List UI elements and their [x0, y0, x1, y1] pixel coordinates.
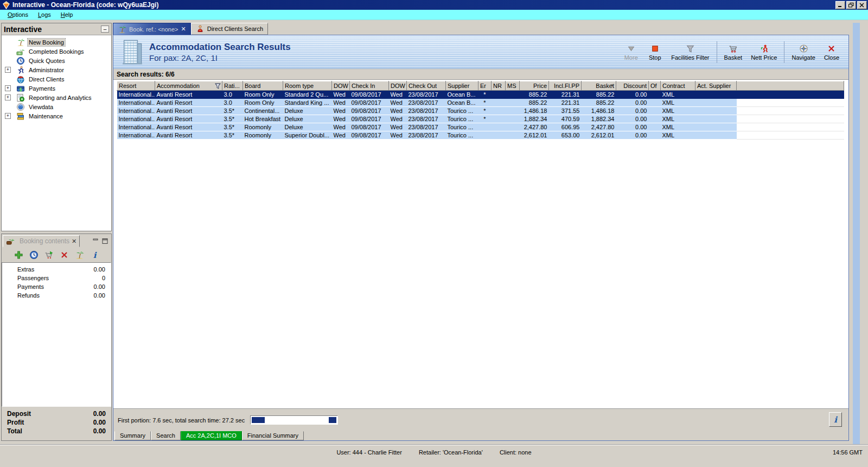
- menu-logs[interactable]: Logs: [34, 10, 55, 19]
- column-header-filler: [737, 81, 844, 91]
- sidebar-item-quick-quotes[interactable]: Quick Quotes: [2, 56, 111, 65]
- column-header-of[interactable]: Of: [649, 81, 661, 91]
- close-window-button[interactable]: [857, 1, 867, 9]
- column-header-resort[interactable]: Resort: [117, 81, 155, 91]
- sidebar-item-new-booking[interactable]: New Booking: [2, 37, 111, 47]
- sidebar-item-maintenance[interactable]: +Maintenance: [2, 111, 111, 121]
- cell: XML: [661, 107, 695, 115]
- column-header-board[interactable]: Board: [243, 81, 283, 91]
- sidebar-item-direct-clients[interactable]: Direct Clients: [2, 74, 111, 84]
- tab-search[interactable]: Search: [151, 431, 181, 440]
- cell: XML: [661, 99, 695, 107]
- minimize-window-button[interactable]: [835, 1, 845, 9]
- collapse-panel-button[interactable]: –: [101, 26, 109, 33]
- add-to-basket-icon[interactable]: [44, 250, 54, 260]
- column-header-nr[interactable]: NR: [492, 81, 506, 91]
- booking-contents-row: Refunds0.00: [2, 292, 111, 301]
- expand-icon[interactable]: +: [5, 67, 11, 73]
- cell: [649, 115, 661, 123]
- filter-funnel-icon: [686, 44, 695, 53]
- tab-acc-results[interactable]: Acc 2A,2C,1I MCO: [181, 431, 242, 440]
- column-header-price[interactable]: Price: [520, 81, 549, 91]
- booking-contents-tab[interactable]: Booking contents ✕: [3, 235, 80, 247]
- cell: 0.00: [616, 107, 649, 115]
- booking-contents-maximize-icon[interactable]: [102, 238, 108, 244]
- nett-price-button[interactable]: Nett Price: [747, 42, 781, 62]
- table-row[interactable]: International...Avanti Resort3.5*Contine…: [117, 107, 844, 115]
- window-title: Interactive - Ocean-Florida (code: wQy6u…: [12, 1, 158, 9]
- completed-bookings-icon: [16, 47, 25, 56]
- cell: [649, 123, 661, 131]
- table-row[interactable]: International...Avanti Resort3.5*Hot Bre…: [117, 115, 844, 123]
- tab-financial-summary[interactable]: Financial Summary: [242, 431, 304, 440]
- restore-window-button[interactable]: [846, 1, 856, 9]
- window-titlebar: Interactive - Ocean-Florida (code: wQy6u…: [0, 0, 868, 10]
- column-header-act-supplier[interactable]: Act. Supplier: [695, 81, 737, 91]
- column-header-supplier[interactable]: Supplier: [446, 81, 478, 91]
- menu-help[interactable]: Help: [56, 10, 78, 19]
- expand-icon[interactable]: +: [5, 113, 11, 119]
- column-header-basket[interactable]: Basket: [582, 81, 616, 91]
- column-header-rati-[interactable]: Rati...: [222, 81, 243, 91]
- sidebar-item-label: Administrator: [28, 66, 65, 74]
- cell: Wed: [332, 123, 350, 131]
- menu-options[interactable]: Options: [3, 10, 33, 19]
- column-header-er[interactable]: Er: [478, 81, 492, 91]
- table-row[interactable]: International...Avanti Resort3.5*Roomonl…: [117, 123, 844, 131]
- column-header-contract[interactable]: Contract: [661, 81, 695, 91]
- column-header-check-in[interactable]: Check In: [350, 81, 389, 91]
- svg-text:i: i: [93, 250, 97, 260]
- more-icon: [627, 44, 636, 53]
- column-header-check-out[interactable]: Check Out: [407, 81, 446, 91]
- cell: [506, 115, 520, 123]
- cell: [506, 131, 520, 140]
- booking-contents-close-icon[interactable]: ✕: [72, 238, 76, 245]
- navigate-button[interactable]: Navigate: [788, 42, 819, 62]
- cell: [695, 123, 737, 131]
- table-row[interactable]: International...Avanti Resort3.0Room Onl…: [117, 99, 844, 107]
- table-row[interactable]: International...Avanti Resort3.0Room Onl…: [117, 91, 844, 99]
- filter-funnel-icon[interactable]: [215, 83, 221, 89]
- sidebar-item-administrator[interactable]: +Administrator: [2, 65, 111, 74]
- column-header-ms[interactable]: MS: [506, 81, 520, 91]
- column-header-room-type[interactable]: Room type: [283, 81, 332, 91]
- table-row[interactable]: International...Avanti Resort3.5*Roomonl…: [117, 131, 844, 140]
- stop-button[interactable]: Stop: [643, 42, 666, 62]
- cell: Wed: [389, 107, 407, 115]
- more-button[interactable]: More: [620, 42, 642, 62]
- close-results-button[interactable]: Close: [820, 42, 843, 62]
- info-button[interactable]: i: [829, 412, 842, 427]
- tab-summary[interactable]: Summary: [114, 431, 151, 440]
- column-header-accommodation[interactable]: Accommodation: [155, 81, 222, 91]
- expand-icon[interactable]: +: [5, 85, 11, 91]
- cell: 09/08/2017: [350, 107, 389, 115]
- basket-button[interactable]: Basket: [720, 42, 746, 62]
- facilities-filter-button[interactable]: Facilities Filter: [667, 42, 713, 62]
- info-icon[interactable]: i: [90, 250, 99, 260]
- close-icon: [827, 44, 836, 53]
- column-header-incl-fl-pp[interactable]: Incl.Fl.PP: [549, 81, 582, 91]
- column-header-dow[interactable]: DOW: [389, 81, 407, 91]
- sidebar-item-completed-bookings[interactable]: Completed Bookings: [2, 47, 111, 56]
- cell: [478, 131, 492, 140]
- cell: International...: [117, 115, 155, 123]
- tab-booking-ref[interactable]: Book. ref.: <none> ✕: [113, 23, 191, 35]
- quick-quote-icon[interactable]: [29, 250, 39, 260]
- palm-tree-icon[interactable]: [75, 250, 84, 260]
- payments-icon: $: [16, 84, 25, 93]
- sidebar-item-reporting-and-analytics[interactable]: +Reporting and Analytics: [2, 93, 111, 102]
- delete-icon[interactable]: [60, 250, 69, 260]
- booking-contents-minimize-icon[interactable]: [93, 238, 99, 244]
- expand-icon[interactable]: +: [5, 94, 11, 100]
- tab-close-icon[interactable]: ✕: [181, 26, 186, 33]
- cell: [506, 123, 520, 131]
- sidebar-item-payments[interactable]: +$Payments: [2, 84, 111, 93]
- tab-direct-clients-search[interactable]: Direct Clients Search: [191, 23, 268, 35]
- column-header-dow[interactable]: DOW: [332, 81, 350, 91]
- cell: 1,882.34: [582, 115, 616, 123]
- sidebar-item-viewdata[interactable]: Viewdata: [2, 102, 111, 111]
- add-icon[interactable]: [14, 250, 23, 260]
- cell-filler: [737, 107, 844, 115]
- sidebar-item-label: Reporting and Analytics: [28, 94, 93, 102]
- column-header-discount[interactable]: Discount: [616, 81, 649, 91]
